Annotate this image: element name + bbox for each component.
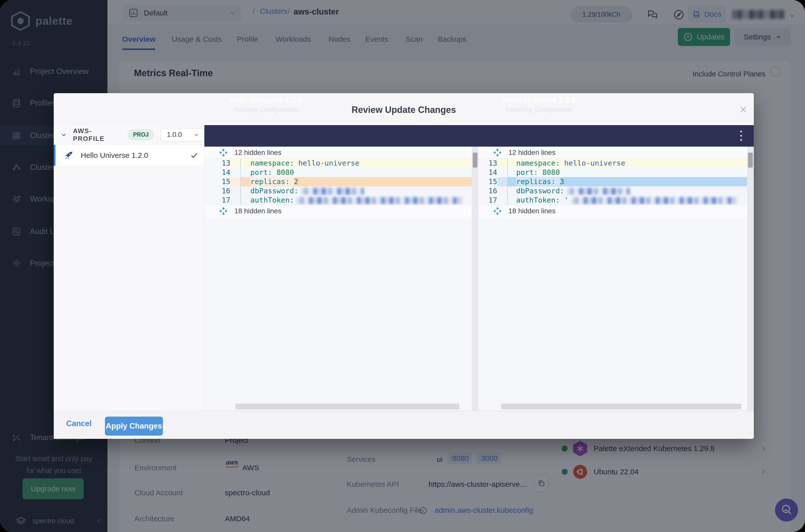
modal-title: Review Update Changes [54, 104, 754, 115]
hidden-lines-label: 12 hidden lines [235, 149, 281, 157]
code-line: 13 namespace: hello-universe [479, 158, 747, 168]
hidden-lines-label: 12 hidden lines [508, 149, 556, 157]
right-horizontal-scrollbar[interactable] [501, 404, 741, 410]
redacted-value [297, 197, 462, 204]
diff-left-title: Hello Universe 1.2.0 [229, 96, 303, 104]
code-line: 17 authToken: [204, 195, 472, 205]
code-line: 17 authToken: ' [479, 195, 747, 205]
selected-accent-bar [54, 145, 55, 166]
left-vertical-scrollbar[interactable] [472, 147, 479, 411]
hidden-lines-row[interactable]: 12 hidden lines [204, 147, 472, 158]
scope-badge: PROJ [127, 129, 154, 140]
yaml-key: namespace: [516, 159, 560, 167]
line-number: 13 [479, 158, 497, 168]
modal-footer: Cancel Apply Changes [54, 411, 754, 439]
diff-left-subtitle: Running Configuration [233, 106, 298, 113]
app-screen: palette 4.4.19 Project Overview Profiles… [0, 0, 805, 532]
apply-changes-button[interactable]: Apply Changes [105, 417, 163, 436]
redacted-value [567, 188, 630, 195]
line-number: 16 [479, 186, 497, 195]
cancel-button[interactable]: Cancel [66, 419, 92, 428]
code-line-changed: 15 replicas: 2 [204, 177, 472, 186]
diff-header-bar [204, 125, 754, 147]
unfold-lines-icon[interactable] [219, 207, 228, 215]
yaml-value: hello-universe [564, 159, 625, 167]
right-vertical-scrollbar[interactable] [747, 147, 754, 411]
line-number: 13 [204, 158, 230, 168]
code-line: 14 port: 8080 [204, 168, 472, 177]
yaml-key: dbPassword: [250, 187, 298, 195]
yaml-value: 3 [560, 177, 564, 186]
unfold-lines-icon[interactable] [219, 148, 228, 157]
yaml-key: port: [516, 168, 538, 176]
kebab-menu-icon[interactable] [740, 131, 742, 141]
rocket-icon [63, 150, 74, 161]
yaml-key: port: [250, 168, 272, 176]
yaml-key: authToken: [250, 196, 294, 204]
line-number: 14 [204, 168, 230, 177]
left-horizontal-scrollbar[interactable] [235, 404, 460, 410]
hidden-lines-label: 18 hidden lines [235, 207, 281, 215]
yaml-key: replicas: [250, 177, 289, 186]
check-icon [190, 151, 198, 159]
yaml-value: hello-universe [298, 159, 359, 167]
code-line: 13 namespace: hello-universe [204, 158, 472, 168]
yaml-value: 2 [294, 177, 298, 186]
yaml-key: dbPassword: [516, 187, 564, 195]
line-number: 17 [204, 195, 230, 205]
profile-panel: AWS-PROFILE PROJ 1.0.0 Hello Universe 1.… [54, 125, 204, 439]
redacted-value [572, 197, 736, 204]
line-number: 14 [479, 168, 497, 177]
yaml-value: 8080 [277, 168, 294, 176]
profile-name: AWS-PROFILE [73, 127, 120, 142]
line-number: 15 [204, 177, 230, 186]
diff-left-panel: 12 hidden lines 13 namespace: hello-univ… [204, 147, 472, 411]
line-number: 15 [479, 177, 497, 186]
code-line: 16 dbPassword: [479, 186, 747, 195]
yaml-value: 8080 [542, 168, 560, 176]
hidden-lines-row[interactable]: 12 hidden lines [479, 147, 747, 158]
code-line: 14 port: 8080 [479, 168, 747, 177]
diff-right-subtitle: Incoming Configuration [506, 106, 573, 113]
redacted-value [301, 188, 364, 195]
yaml-key: namespace: [250, 159, 294, 167]
line-number: 16 [204, 186, 230, 195]
profile-layer-item[interactable]: Hello Universe 1.2.0 [54, 145, 204, 166]
hidden-lines-row[interactable]: 18 hidden lines [204, 205, 472, 217]
chevron-down-icon[interactable] [60, 131, 68, 139]
code-line: 16 dbPassword: [204, 186, 472, 195]
close-icon[interactable] [739, 105, 748, 114]
profile-header: AWS-PROFILE PROJ 1.0.0 [54, 125, 204, 145]
hidden-lines-label: 18 hidden lines [508, 207, 556, 215]
chevron-down-icon [193, 132, 200, 138]
hidden-lines-row[interactable]: 18 hidden lines [479, 205, 747, 217]
yaml-key: replicas: [516, 177, 556, 186]
yaml-value: ' [564, 196, 568, 204]
unfold-lines-icon[interactable] [493, 207, 502, 215]
line-number: 17 [479, 195, 497, 205]
unfold-lines-icon[interactable] [493, 148, 502, 157]
review-update-changes-modal: Review Update Changes AWS-PROFILE PROJ 1… [54, 93, 754, 439]
code-line-changed: 15 replicas: 3 [479, 177, 747, 186]
version-value: 1.0.0 [167, 131, 182, 139]
diff-right-panel: 12 hidden lines 13 namespace: hello-univ… [479, 147, 747, 411]
diff-right-title: Hello Universe 1.2.0 [503, 96, 576, 104]
profile-layer-label: Hello Universe 1.2.0 [81, 151, 148, 159]
yaml-key: authToken: [516, 196, 560, 204]
version-select[interactable]: 1.0.0 [161, 128, 204, 141]
